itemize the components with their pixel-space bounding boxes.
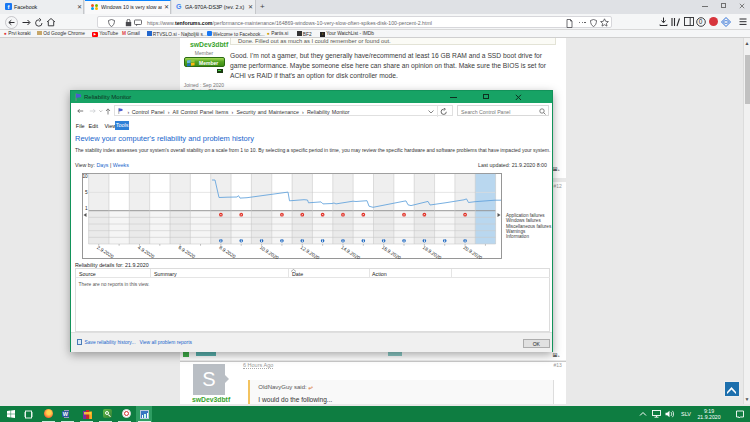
svg-text:1: 1 xyxy=(85,206,88,211)
svg-text:0: 0 xyxy=(699,18,703,25)
svg-text:10: 10 xyxy=(82,174,88,179)
svg-text:5: 5 xyxy=(85,190,88,195)
